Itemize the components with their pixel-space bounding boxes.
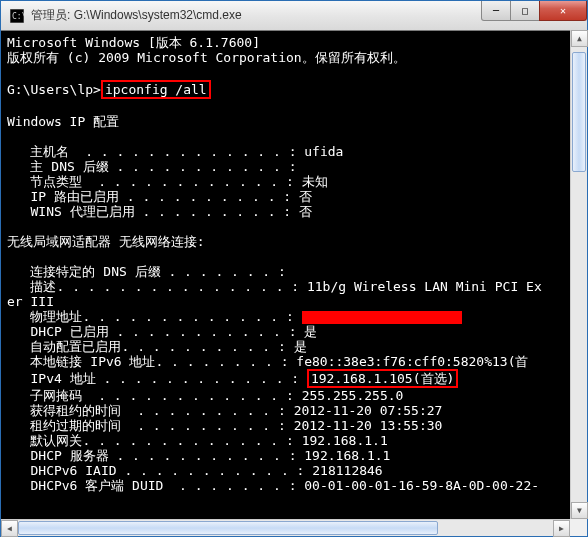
dhcpv6-iaid-label: DHCPv6 IAID . . . . . . . . . . . : — [7, 463, 312, 478]
scroll-thumb-vertical[interactable] — [572, 52, 586, 172]
console-output[interactable]: Microsoft Windows [版本 6.1.7600] 版权所有 (c)… — [1, 31, 587, 536]
dhcpv6-iaid-value: 218112846 — [312, 463, 382, 478]
chevron-down-icon: ▼ — [577, 506, 582, 515]
subnet-value: 255.255.255.0 — [302, 388, 404, 403]
svg-text:C:\: C:\ — [12, 12, 24, 21]
lease-obtained-value: 2012-11-20 07:55:27 — [294, 403, 443, 418]
command-text: ipconfig /all — [105, 82, 207, 97]
dhcp-server-value: 192.168.1.1 — [304, 448, 390, 463]
ipv4-value: 192.168.1.105(首选) — [311, 371, 454, 386]
ip-routing-label: IP 路由已启用 . . . . . . . . . . : — [7, 189, 299, 204]
dhcpv6-duid-value: 00-01-00-01-16-59-8A-0D-00-22- — [304, 478, 539, 493]
scroll-down-button[interactable]: ▼ — [571, 502, 588, 519]
autoconf-value: 是 — [294, 339, 307, 354]
vertical-scrollbar[interactable]: ▲ ▼ — [570, 30, 587, 519]
lease-expires-label: 租约过期的时间 . . . . . . . . . : — [7, 418, 294, 433]
lease-expires-value: 2012-11-20 13:55:30 — [294, 418, 443, 433]
description-label: 描述. . . . . . . . . . . . . . . : — [7, 279, 307, 294]
dhcp-server-label: DHCP 服务器 . . . . . . . . . . . : — [7, 448, 304, 463]
hostname-label: 主机名 . . . . . . . . . . . . . : — [7, 144, 304, 159]
wins-proxy-label: WINS 代理已启用 . . . . . . . . . : — [7, 204, 299, 219]
hostname-value: ufida — [304, 144, 343, 159]
dns-suffix-line: 主 DNS 后缀 . . . . . . . . . . . : — [7, 159, 296, 174]
chevron-left-icon: ◀ — [7, 524, 12, 533]
adapter-heading: 无线局域网适配器 无线网络连接: — [7, 234, 205, 249]
command-highlight: ipconfig /all — [101, 80, 211, 99]
wins-proxy-value: 否 — [299, 204, 312, 219]
lease-obtained-label: 获得租约的时间 . . . . . . . . . : — [7, 403, 294, 418]
dhcp-enabled-label: DHCP 已启用 . . . . . . . . . . . : — [7, 324, 304, 339]
phys-addr-label: 物理地址. . . . . . . . . . . . . : — [7, 309, 302, 324]
description-cont: er III — [7, 294, 54, 309]
ip-routing-value: 否 — [299, 189, 312, 204]
gateway-label: 默认网关. . . . . . . . . . . . . : — [7, 433, 302, 448]
close-button[interactable]: ✕ — [539, 1, 587, 21]
dhcpv6-duid-label: DHCPv6 客户端 DUID . . . . . . . : — [7, 478, 304, 493]
cmd-window: C:\ 管理员: G:\Windows\system32\cmd.exe ─ □… — [0, 0, 588, 537]
ipv4-label: IPv4 地址 . . . . . . . . . . . . : — [7, 371, 307, 386]
scroll-up-button[interactable]: ▲ — [571, 30, 588, 47]
cmd-icon: C:\ — [9, 8, 25, 24]
scroll-thumb-horizontal[interactable] — [18, 521, 438, 535]
chevron-up-icon: ▲ — [577, 34, 582, 43]
minimize-button[interactable]: ─ — [481, 1, 511, 21]
horizontal-scrollbar[interactable]: ◀ ▶ — [1, 519, 570, 536]
description-value: 11b/g Wireless LAN Mini PCI Ex — [307, 279, 542, 294]
chevron-right-icon: ▶ — [559, 524, 564, 533]
version-line: Microsoft Windows [版本 6.1.7600] — [7, 35, 260, 50]
autoconf-label: 自动配置已启用. . . . . . . . . . : — [7, 339, 294, 354]
dhcp-enabled-value: 是 — [304, 324, 317, 339]
subnet-label: 子网掩码 . . . . . . . . . . . . : — [7, 388, 302, 403]
window-title: 管理员: G:\Windows\system32\cmd.exe — [31, 7, 242, 24]
scroll-right-button[interactable]: ▶ — [553, 520, 570, 537]
scroll-track-horizontal[interactable] — [18, 520, 553, 536]
scrollbar-corner — [570, 519, 587, 536]
phys-addr-redacted — [302, 311, 462, 324]
scroll-left-button[interactable]: ◀ — [1, 520, 18, 537]
ipv4-highlight: 192.168.1.105(首选) — [307, 369, 458, 388]
conn-dns-suffix: 连接特定的 DNS 后缀 . . . . . . . : — [7, 264, 286, 279]
ipconfig-heading: Windows IP 配置 — [7, 114, 119, 129]
scroll-track-vertical[interactable] — [571, 47, 587, 502]
link-local-label: 本地链接 IPv6 地址. . . . . . . . : — [7, 354, 296, 369]
window-controls: ─ □ ✕ — [482, 1, 587, 21]
link-local-value: fe80::38e3:f76:cff0:5820%13(首 — [296, 354, 528, 369]
prompt: G:\Users\lp> — [7, 82, 101, 97]
copyright-line: 版权所有 (c) 2009 Microsoft Corporation。保留所有… — [7, 50, 406, 65]
node-type-label: 节点类型 . . . . . . . . . . . . : — [7, 174, 302, 189]
titlebar[interactable]: C:\ 管理员: G:\Windows\system32\cmd.exe ─ □… — [1, 1, 587, 31]
node-type-value: 未知 — [302, 174, 328, 189]
gateway-value: 192.168.1.1 — [302, 433, 388, 448]
maximize-button[interactable]: □ — [510, 1, 540, 21]
